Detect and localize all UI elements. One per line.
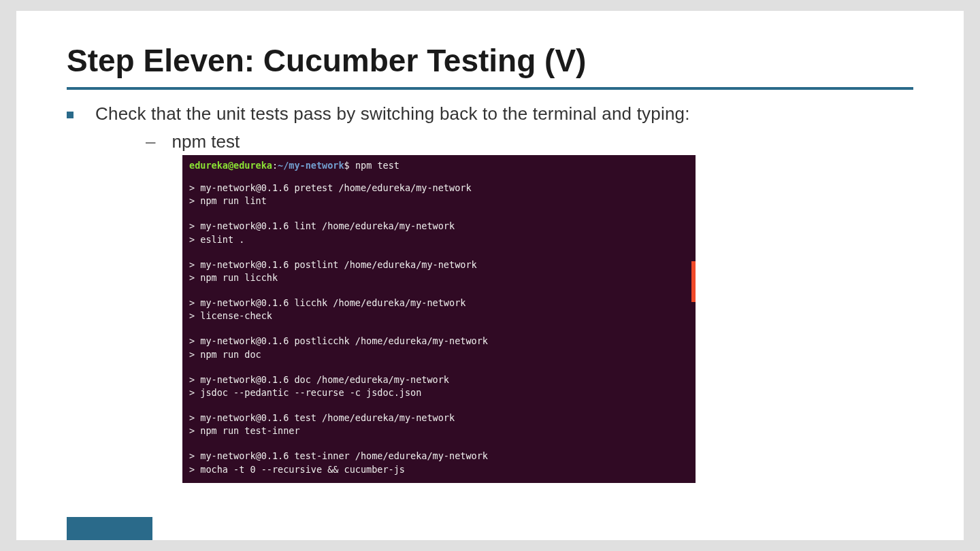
terminal-line: > my-network@0.1.6 doc /home/edureka/my-… <box>189 373 689 386</box>
terminal-block: > my-network@0.1.6 lint /home/edureka/my… <box>189 220 689 246</box>
terminal-line: > license-check <box>189 310 689 322</box>
terminal-line: > my-network@0.1.6 licchk /home/edureka/… <box>189 297 689 310</box>
terminal-line: > my-network@0.1.6 lint /home/edureka/my… <box>189 220 689 233</box>
terminal-screenshot: edureka@edureka:~/my-network$ npm test >… <box>182 155 696 483</box>
terminal-line: > npm run doc <box>189 348 689 361</box>
terminal-line: > my-network@0.1.6 postlint /home/edurek… <box>189 258 689 271</box>
terminal-block: > my-network@0.1.6 postlint /home/edurek… <box>189 258 689 284</box>
terminal-prompt-line: edureka@edureka:~/my-network$ npm test <box>189 159 689 172</box>
terminal-block: > my-network@0.1.6 licchk /home/edureka/… <box>189 297 689 322</box>
terminal-colon: : <box>272 160 278 171</box>
bullet-text: Check that the unit tests pass by switch… <box>95 103 690 124</box>
terminal-block: > my-network@0.1.6 test-inner /home/edur… <box>189 450 689 475</box>
terminal-line: > npm run test-inner <box>189 424 689 437</box>
terminal-dollar: $ <box>344 160 355 171</box>
footer-accent-bar <box>67 517 152 540</box>
scrollbar-accent <box>691 261 696 302</box>
terminal-line: > mocha -t 0 --recursive && cucumber-js <box>189 463 689 476</box>
terminal-command: npm test <box>355 160 399 171</box>
terminal-line: > npm run licchk <box>189 271 689 284</box>
sub-bullet-row: – npm test <box>16 131 964 152</box>
slide-title: Step Eleven: Cucumber Testing (V) <box>16 11 964 84</box>
terminal-spacer <box>189 172 689 182</box>
title-underline <box>67 87 913 90</box>
sub-bullet-text: npm test <box>172 131 240 152</box>
terminal-line: > eslint . <box>189 233 689 246</box>
terminal-output: > my-network@0.1.6 pretest /home/edureka… <box>189 182 689 476</box>
terminal-line: > npm run lint <box>189 195 689 207</box>
terminal-line: > my-network@0.1.6 postlicchk /home/edur… <box>189 335 689 348</box>
dash-icon: – <box>146 131 155 152</box>
terminal-line: > jsdoc --pedantic --recurse -c jsdoc.js… <box>189 386 689 399</box>
terminal-line: > my-network@0.1.6 test-inner /home/edur… <box>189 450 689 463</box>
terminal-block: > my-network@0.1.6 pretest /home/edureka… <box>189 182 689 207</box>
slide: Step Eleven: Cucumber Testing (V) Check … <box>16 11 964 540</box>
bullet-row: Check that the unit tests pass by switch… <box>16 103 964 124</box>
terminal-line: > my-network@0.1.6 test /home/edureka/my… <box>189 412 689 424</box>
terminal-block: > my-network@0.1.6 test /home/edureka/my… <box>189 412 689 437</box>
terminal-user: edureka@edureka <box>189 160 272 171</box>
terminal-block: > my-network@0.1.6 doc /home/edureka/my-… <box>189 373 689 399</box>
terminal-path: ~/my-network <box>278 160 344 171</box>
bullet-square-icon <box>67 112 74 118</box>
terminal-line: > my-network@0.1.6 pretest /home/edureka… <box>189 182 689 195</box>
terminal-block: > my-network@0.1.6 postlicchk /home/edur… <box>189 335 689 361</box>
